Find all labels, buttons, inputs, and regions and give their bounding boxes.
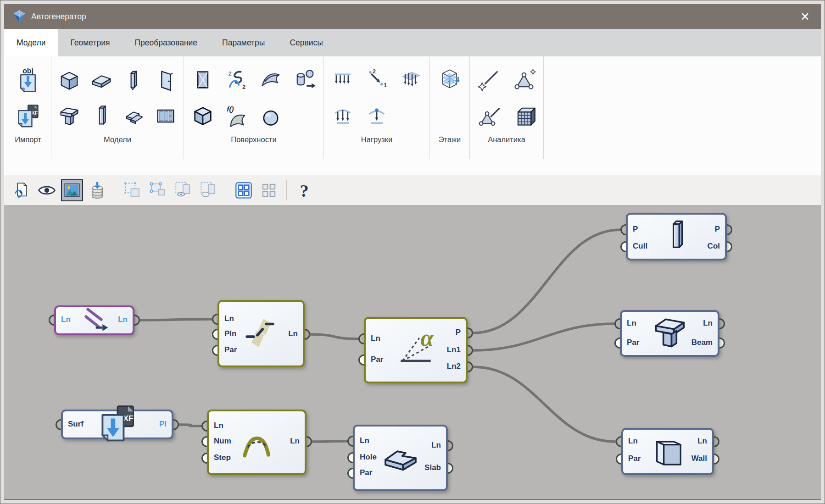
ribbon-surface-rect-button[interactable] bbox=[187, 62, 219, 98]
close-button[interactable]: ✕ bbox=[797, 11, 813, 23]
tab-parametry[interactable]: Параметры bbox=[210, 29, 277, 56]
analytic-triangle-line-icon bbox=[477, 104, 501, 127]
ribbon-window-button[interactable] bbox=[151, 98, 181, 133]
ribbon-analytic-triangle-star-button[interactable] bbox=[507, 62, 541, 98]
wire[interactable] bbox=[179, 425, 201, 426]
node-beam[interactable]: LnParLnBeam bbox=[620, 310, 719, 357]
ribbon-tbeam-button[interactable] bbox=[54, 98, 84, 133]
toolbar-bake-data-button[interactable] bbox=[86, 179, 108, 201]
port-label: P bbox=[456, 328, 461, 337]
node-angle[interactable]: LnParPLn1Ln2 bbox=[364, 317, 468, 383]
toolbar-refresh-document-button[interactable] bbox=[11, 179, 33, 201]
wire[interactable] bbox=[473, 230, 620, 333]
ribbon-import-dxf-button[interactable] bbox=[8, 98, 48, 133]
node-column[interactable]: PCullPCol bbox=[626, 213, 727, 260]
ribbon-column-button[interactable] bbox=[86, 98, 117, 133]
ribbon-floors-button[interactable] bbox=[433, 62, 467, 98]
node-divide[interactable]: LnPlnParLn bbox=[217, 300, 305, 367]
ramp-icon bbox=[122, 104, 145, 127]
port-label: Par bbox=[627, 338, 639, 347]
node-wall[interactable]: LnParLnWall bbox=[621, 428, 714, 475]
ribbon-load-arc-button[interactable] bbox=[327, 98, 359, 133]
app-window: Автогенератор ✕ МоделиГеометрияПреобразо… bbox=[4, 4, 821, 500]
ribbon-load-slab-button[interactable] bbox=[395, 62, 427, 98]
load-slab-icon bbox=[399, 68, 423, 92]
ribbon-surface-func-button[interactable] bbox=[221, 98, 253, 133]
ribbon-analytic-triangle-line-button[interactable] bbox=[473, 98, 506, 133]
tab-modeli[interactable]: Модели bbox=[4, 29, 58, 56]
toolbar-layout-grid-small-button[interactable] bbox=[258, 179, 280, 201]
ribbon-ramp-button[interactable] bbox=[118, 98, 149, 133]
ribbon-empty-cell bbox=[289, 98, 321, 133]
wire[interactable] bbox=[140, 319, 212, 320]
wire[interactable] bbox=[312, 441, 347, 442]
ribbon-surface-curves-button[interactable] bbox=[221, 62, 253, 98]
ribbon-panel-button[interactable] bbox=[118, 62, 149, 98]
toolbar-select-show-button bbox=[172, 179, 194, 201]
toolbar-separator bbox=[226, 180, 226, 200]
ribbon-import-obj-button[interactable] bbox=[8, 62, 48, 98]
ribbon-group-analytics: Аналитика bbox=[470, 56, 544, 159]
ribbon-load-arc-point-button[interactable] bbox=[361, 98, 393, 133]
load-arc-point-icon bbox=[365, 104, 389, 127]
door-icon bbox=[154, 68, 178, 92]
port-label: P bbox=[715, 225, 720, 234]
node-canvas[interactable]: LnLnLnPlnParLnLnParPLn1Ln2PCullPColLnPar… bbox=[4, 205, 821, 500]
ribbon-door-button[interactable] bbox=[151, 62, 181, 98]
ribbon-surface-shell-button[interactable] bbox=[255, 62, 287, 98]
ribbon-empty-cell bbox=[395, 98, 427, 133]
wire[interactable] bbox=[473, 367, 616, 442]
tab-preobrazovanie[interactable]: Преобразование bbox=[122, 29, 210, 56]
port-label: Ln bbox=[360, 436, 369, 445]
surface-shell-icon bbox=[259, 68, 283, 92]
port-label: Col bbox=[708, 242, 720, 251]
node-body bbox=[626, 213, 727, 260]
toolbar-preview-button[interactable] bbox=[36, 179, 58, 201]
ribbon-box-button[interactable] bbox=[54, 62, 84, 98]
ribbon-surface-box-button[interactable] bbox=[187, 98, 219, 133]
ribbon-group-models: Модели bbox=[51, 56, 184, 159]
ribbon-group-label: Аналитика bbox=[488, 135, 525, 144]
titlebar[interactable]: Автогенератор ✕ bbox=[4, 4, 821, 29]
box-icon bbox=[57, 68, 81, 92]
port-label: Ln bbox=[703, 319, 713, 328]
ribbon-surface-sphere-button[interactable] bbox=[255, 98, 287, 133]
select-move-icon bbox=[123, 181, 142, 200]
surface-extrude-icon bbox=[293, 68, 317, 92]
tab-geometriya[interactable]: Геометрия bbox=[58, 29, 122, 56]
port-label: Ln2 bbox=[447, 362, 461, 371]
node-import-dxf-surface[interactable]: SurfPl bbox=[61, 410, 173, 439]
toolbar-layout-grid-large-button[interactable] bbox=[233, 179, 255, 201]
toolbar-select-move-button bbox=[122, 179, 144, 201]
node-move-lines[interactable]: LnLn bbox=[54, 305, 134, 335]
ribbon-slab-button[interactable] bbox=[86, 62, 117, 98]
port-label: Ln bbox=[628, 437, 638, 446]
toolbar-show-image-button[interactable] bbox=[61, 179, 83, 201]
port-label: Beam bbox=[691, 338, 713, 347]
port-label: Ln bbox=[224, 314, 234, 323]
ribbon-load-point-button[interactable] bbox=[361, 62, 393, 98]
column-icon bbox=[89, 104, 113, 127]
select-show-icon bbox=[173, 181, 193, 200]
toolbar-help-button[interactable] bbox=[293, 179, 315, 201]
window-title: Автогенератор bbox=[31, 12, 86, 22]
ribbon-analytic-line-button[interactable] bbox=[473, 62, 506, 98]
port-label: Par bbox=[360, 468, 372, 477]
wire[interactable] bbox=[310, 334, 358, 339]
window-icon bbox=[154, 104, 178, 127]
port-label: Wall bbox=[691, 454, 707, 463]
tbeam-icon bbox=[57, 104, 81, 127]
port-label: Par bbox=[371, 355, 383, 364]
select-points-icon bbox=[148, 181, 167, 200]
ribbon-surface-extrude-button[interactable] bbox=[289, 62, 321, 98]
tab-servisy[interactable]: Сервисы bbox=[277, 29, 335, 56]
ribbon-analytic-mesh-button[interactable] bbox=[507, 98, 541, 133]
node-slab[interactable]: LnHoleParLnSlab bbox=[353, 425, 448, 491]
ribbon-group-surfaces: Поверхности bbox=[184, 56, 324, 159]
analytic-triangle-star-icon bbox=[512, 68, 536, 92]
ribbon-load-distributed-button[interactable] bbox=[327, 62, 359, 98]
node-arc[interactable]: LnNumStepLn bbox=[207, 410, 307, 475]
toolbar-separator bbox=[115, 180, 115, 200]
ribbon-group-label: Модели bbox=[104, 135, 131, 144]
layout-grid-large-icon bbox=[234, 181, 253, 200]
